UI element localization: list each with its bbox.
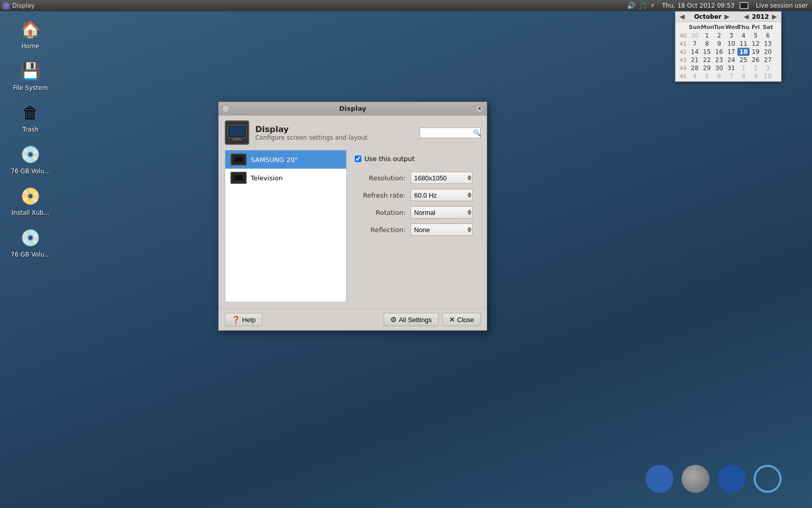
- calendar-day[interactable]: 5: [750, 31, 762, 40]
- calendar-day[interactable]: 24: [725, 56, 737, 64]
- desktop-icon-volume1[interactable]: 💿 76 GB Volu...: [8, 140, 53, 177]
- rotation-select[interactable]: Normal Left Right Inverted: [411, 206, 472, 218]
- calendar-day[interactable]: 19: [750, 48, 762, 56]
- close-button-titlebar[interactable]: ✕: [476, 105, 484, 113]
- year-next-button[interactable]: ▶: [770, 13, 779, 20]
- svg-rect-3: [232, 139, 242, 140]
- calendar-day[interactable]: 28: [689, 64, 701, 72]
- calendar-day[interactable]: 30: [713, 64, 725, 72]
- reflection-select[interactable]: None X axis Y axis X & Y axes: [411, 224, 472, 236]
- all-settings-label: All Settings: [399, 316, 432, 324]
- calendar-day[interactable]: 27: [762, 56, 774, 64]
- calendar-day[interactable]: 11: [737, 40, 750, 48]
- desktop-icon-filesystem[interactable]: 💾 File System: [8, 57, 53, 93]
- calendar-day[interactable]: 3: [725, 31, 737, 40]
- calendar-day[interactable]: 10: [725, 40, 737, 48]
- dialog-controls: [222, 105, 230, 113]
- desktop-icons: 🏠 Home 💾 File System 🗑 Trash 💿 76 GB Vol…: [8, 15, 53, 260]
- calendar-day[interactable]: 12: [750, 40, 762, 48]
- dialog-subtitle: Configure screen settings and layout: [255, 134, 414, 141]
- calendar-day[interactable]: 6: [713, 72, 725, 80]
- use-output-row: Use this output: [355, 155, 472, 163]
- minimize-button[interactable]: [222, 105, 230, 113]
- calendar-day[interactable]: 1: [737, 64, 750, 72]
- use-output-checkbox[interactable]: [355, 155, 361, 162]
- calendar-day[interactable]: 6: [762, 31, 774, 40]
- calendar-day[interactable]: 8: [737, 72, 750, 80]
- calendar-day[interactable]: 7: [689, 40, 701, 48]
- dialog-app-monitor-icon: [225, 120, 249, 145]
- filesystem-label: File System: [13, 84, 48, 91]
- calendar-day[interactable]: 18: [737, 48, 750, 56]
- bottom-circle-1[interactable]: [646, 465, 673, 493]
- day-header-wed: Wed: [725, 23, 737, 31]
- calendar-day[interactable]: 17: [725, 48, 737, 56]
- volume-icon[interactable]: 🔊: [627, 2, 635, 10]
- calendar-day[interactable]: 2: [713, 31, 725, 40]
- close-label: Close: [457, 316, 474, 324]
- help-button[interactable]: ❓ Help: [225, 313, 262, 326]
- calendar-day[interactable]: 9: [750, 72, 762, 80]
- resolution-label: Resolution:: [355, 174, 411, 182]
- calendar-day[interactable]: 21: [689, 56, 701, 64]
- calendar-day[interactable]: 14: [689, 48, 701, 56]
- home-icon: 🏠: [18, 17, 43, 42]
- calendar-day[interactable]: 13: [762, 40, 774, 48]
- bottom-circle-4[interactable]: [754, 465, 782, 493]
- desktop-icon-home[interactable]: 🏠 Home: [8, 15, 53, 52]
- taskbar: Display 🔊 🎵 ⚡ Thu, 18 Oct 2012 09:53 Liv…: [0, 0, 812, 11]
- mic-icon[interactable]: 🎵: [638, 2, 647, 10]
- year-prev-button[interactable]: ◀: [742, 13, 751, 20]
- volume1-icon: 💿: [18, 142, 43, 167]
- footer-left: ❓ Help: [225, 313, 262, 326]
- bluetooth-icon[interactable]: ⚡: [650, 2, 655, 10]
- calendar-day[interactable]: 8: [701, 40, 713, 48]
- month-prev-button[interactable]: ◀: [678, 13, 687, 20]
- calendar-day[interactable]: 31: [725, 64, 737, 72]
- display-item-samsung[interactable]: SAMSUNG 20": [225, 150, 346, 169]
- calendar-day[interactable]: 22: [701, 56, 713, 64]
- calendar-day[interactable]: 15: [701, 48, 713, 56]
- week-number: 40: [678, 32, 689, 40]
- calendar-day[interactable]: 30: [689, 31, 701, 40]
- calendar-day[interactable]: 5: [701, 72, 713, 80]
- close-button[interactable]: ✕ Close: [443, 313, 481, 326]
- month-next-button[interactable]: ▶: [723, 13, 732, 20]
- calendar-day[interactable]: 16: [713, 48, 725, 56]
- rotation-row: Rotation: Normal Left Right Inverted: [355, 206, 472, 218]
- resolution-select-wrapper: 1680x1050 1600x900 1280x1024 1024x768: [411, 172, 472, 184]
- dialog-titlebar: Display ✕: [219, 102, 487, 115]
- calendar-day[interactable]: 4: [737, 31, 750, 40]
- search-input[interactable]: [422, 129, 473, 136]
- datetime-label[interactable]: Thu, 18 Oct 2012 09:53: [662, 2, 735, 9]
- bottom-circle-3[interactable]: [718, 465, 746, 493]
- desktop-icon-trash[interactable]: 🗑 Trash: [8, 99, 53, 135]
- week-number: 44: [678, 65, 689, 72]
- calendar-day[interactable]: 9: [713, 40, 725, 48]
- resolution-select[interactable]: 1680x1050 1600x900 1280x1024 1024x768: [411, 172, 472, 184]
- calendar-day[interactable]: 29: [701, 64, 713, 72]
- desktop-icon-volume2[interactable]: 💿 76 GB Volu...: [8, 224, 53, 260]
- calendar-day[interactable]: 20: [762, 48, 774, 56]
- refresh-select[interactable]: 60.0 Hz 59.9 Hz: [411, 189, 472, 201]
- calendar-day[interactable]: 4: [689, 72, 701, 80]
- refresh-row: Refresh rate: 60.0 Hz 59.9 Hz: [355, 189, 472, 201]
- calendar-day[interactable]: 26: [750, 56, 762, 64]
- display-item-television[interactable]: Television: [225, 169, 346, 187]
- use-output-label[interactable]: Use this output: [364, 155, 415, 163]
- bottom-circle-2[interactable]: [682, 465, 709, 493]
- desktop-icon-install[interactable]: 📀 Install Xub...: [8, 182, 53, 218]
- all-settings-button[interactable]: ⚙ All Settings: [384, 313, 438, 326]
- calendar-day[interactable]: 25: [737, 56, 750, 64]
- calendar-day[interactable]: 7: [725, 72, 737, 80]
- calendar-day[interactable]: 10: [762, 72, 774, 80]
- calendar-day[interactable]: 3: [762, 64, 774, 72]
- calendar-day[interactable]: 23: [713, 56, 725, 64]
- calendar-day[interactable]: 2: [750, 64, 762, 72]
- screen-switcher-icon[interactable]: [739, 2, 749, 9]
- television-monitor-icon: [230, 172, 247, 184]
- calendar-day[interactable]: 1: [701, 31, 713, 40]
- bottom-icons: [646, 465, 782, 493]
- dialog-search-box[interactable]: 🔍: [420, 128, 481, 138]
- display-dialog[interactable]: Display ✕ Display Configure screen setti…: [218, 102, 487, 331]
